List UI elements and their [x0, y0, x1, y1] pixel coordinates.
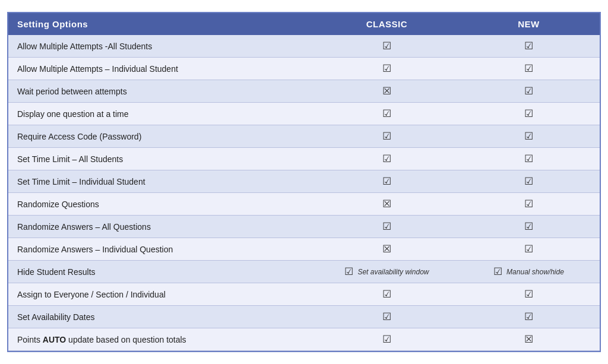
check-icon: ☑	[382, 311, 391, 323]
classic-value: ☑	[316, 35, 458, 58]
new-value: ☑	[458, 125, 600, 148]
check-icon: ☑	[524, 107, 533, 120]
check-icon: ☑	[382, 333, 391, 346]
new-value: ☒	[458, 328, 600, 351]
setting-label: Allow Multiple Attempts – Individual Stu…	[8, 58, 316, 80]
classic-value: ☑	[316, 170, 458, 193]
table-row: Assign to Everyone / Section / Individua…	[8, 283, 600, 306]
table-row: Allow Multiple Attempts – Individual Stu…	[8, 58, 600, 80]
check-icon: ☑	[382, 288, 391, 300]
setting-label: Display one question at a time	[8, 103, 316, 125]
check-icon: ☑	[382, 130, 391, 143]
setting-label: Assign to Everyone / Section / Individua…	[8, 283, 316, 306]
setting-label: Randomize Answers – All Questions	[8, 216, 316, 238]
new-value: ☑	[458, 103, 600, 125]
comparison-table: Setting Options CLASSIC NEW Allow Multip…	[7, 12, 601, 352]
new-value: ☑	[458, 238, 600, 261]
x-icon: ☒	[382, 243, 391, 255]
table-row: Randomize Answers – Individual Question☒…	[8, 238, 600, 261]
classic-value: ☒	[316, 193, 458, 216]
new-value: ☑	[458, 58, 600, 80]
new-value: ☑	[458, 80, 600, 103]
check-icon: ☑	[344, 265, 353, 278]
check-icon: ☑	[524, 243, 533, 255]
new-value: ☑	[458, 148, 600, 170]
setting-label: Set Time Limit – Individual Student	[8, 170, 316, 193]
check-icon: ☑	[524, 85, 533, 97]
header-setting: Setting Options	[8, 13, 316, 35]
classic-value: ☑	[316, 103, 458, 125]
table-row: Points AUTO update based on question tot…	[8, 328, 600, 351]
check-icon: ☑	[524, 62, 533, 75]
new-note: Manual show/hide	[506, 268, 564, 276]
new-value: ☑	[458, 216, 600, 238]
new-value: ☑	[458, 306, 600, 328]
check-icon: ☑	[382, 107, 391, 120]
setting-label: Hide Student Results	[8, 261, 316, 283]
classic-note: Set availability window	[357, 268, 429, 276]
table-row: Wait period between attempts☒☑	[8, 80, 600, 103]
check-icon: ☑	[524, 198, 533, 210]
check-icon: ☑	[382, 220, 391, 233]
classic-value: ☑	[316, 125, 458, 148]
setting-label: Allow Multiple Attempts -All Students	[8, 35, 316, 58]
setting-label: Set Availability Dates	[8, 306, 316, 328]
x-icon: ☒	[382, 85, 391, 97]
setting-label: Wait period between attempts	[8, 80, 316, 103]
check-icon: ☑	[524, 311, 533, 323]
check-icon: ☑	[382, 153, 391, 165]
new-value: ☑	[458, 170, 600, 193]
new-value: ☑	[458, 193, 600, 216]
classic-value: ☑	[316, 328, 458, 351]
check-icon: ☑	[382, 175, 391, 188]
table-row: Allow Multiple Attempts -All Students☑☑	[8, 35, 600, 58]
table-row: Require Access Code (Password)☑☑	[8, 125, 600, 148]
table-row: Set Time Limit – All Students☑☑	[8, 148, 600, 170]
setting-label: Randomize Answers – Individual Question	[8, 238, 316, 261]
setting-label: Require Access Code (Password)	[8, 125, 316, 148]
check-icon: ☑	[524, 130, 533, 143]
table-row: Randomize Answers – All Questions☑☑	[8, 216, 600, 238]
classic-value: ☒	[316, 238, 458, 261]
classic-value: ☑	[316, 58, 458, 80]
check-icon: ☑	[524, 175, 533, 188]
new-value: ☑Manual show/hide	[458, 261, 600, 283]
table-row: Set Time Limit – Individual Student☑☑	[8, 170, 600, 193]
check-icon: ☑	[382, 62, 391, 75]
setting-label: Randomize Questions	[8, 193, 316, 216]
classic-value: ☑	[316, 283, 458, 306]
x-icon: ☒	[382, 198, 391, 210]
table-row: Set Availability Dates☑☑	[8, 306, 600, 328]
classic-value: ☒	[316, 80, 458, 103]
setting-label: Set Time Limit – All Students	[8, 148, 316, 170]
setting-label: Points AUTO update based on question tot…	[8, 328, 316, 351]
check-icon: ☑	[524, 220, 533, 233]
check-icon: ☑	[524, 288, 533, 300]
check-icon: ☑	[493, 265, 502, 278]
classic-value: ☑Set availability window	[316, 261, 458, 283]
header-classic: CLASSIC	[316, 13, 458, 35]
check-icon: ☑	[524, 153, 533, 165]
table-row: Hide Student Results☑Set availability wi…	[8, 261, 600, 283]
classic-value: ☑	[316, 306, 458, 328]
new-value: ☑	[458, 35, 600, 58]
header-new: NEW	[458, 13, 600, 35]
table-row: Randomize Questions☒☑	[8, 193, 600, 216]
check-icon: ☑	[524, 40, 533, 52]
classic-value: ☑	[316, 216, 458, 238]
check-icon: ☑	[382, 40, 391, 52]
table-row: Display one question at a time☑☑	[8, 103, 600, 125]
new-value: ☑	[458, 283, 600, 306]
classic-value: ☑	[316, 148, 458, 170]
x-icon: ☒	[524, 333, 533, 346]
